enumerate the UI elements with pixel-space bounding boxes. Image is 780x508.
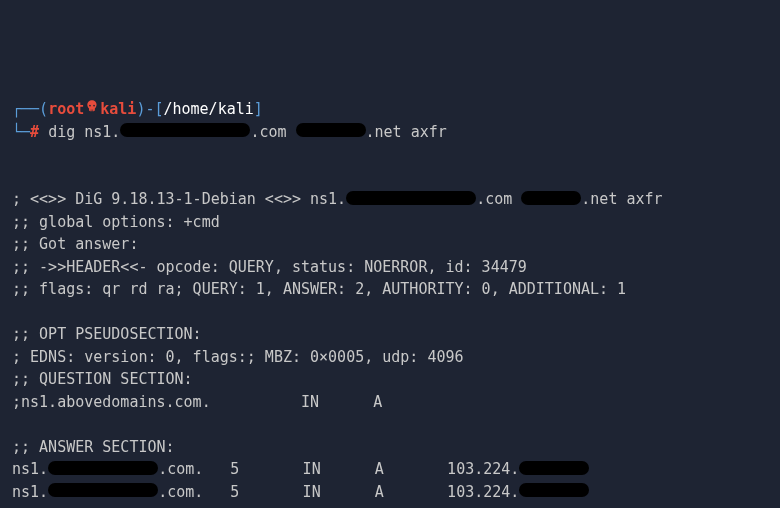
prompt-host: kali <box>100 100 136 118</box>
skull-icon <box>85 97 99 120</box>
prompt-hash: # <box>30 123 39 141</box>
prompt-user: root <box>48 100 84 118</box>
redacted-block <box>519 461 589 475</box>
prompt-line-2[interactable]: └─# dig ns1..com .net axfr <box>12 121 768 144</box>
prompt-decoration: ┌──( <box>12 100 48 118</box>
output-line: ; EDNS: version: 0, flags:; MBZ: 0×0005,… <box>12 348 464 366</box>
prompt-bracket-close: ] <box>254 100 263 118</box>
output-line: ;; OPT PSEUDOSECTION: <box>12 325 202 343</box>
output-line: ;; ANSWER SECTION: <box>12 438 175 456</box>
redacted-block <box>346 191 476 205</box>
redacted-block <box>521 191 581 205</box>
prompt-path: /home/kali <box>163 100 253 118</box>
output-line: ;; flags: qr rd ra; QUERY: 1, ANSWER: 2,… <box>12 280 626 298</box>
command-text: .com <box>250 123 295 141</box>
redacted-block <box>519 483 589 497</box>
output-line: ;; global options: +cmd <box>12 213 220 231</box>
redacted-block <box>296 123 366 137</box>
command-text: .net axfr <box>366 123 447 141</box>
prompt-line-1[interactable]: ┌──(rootkali)-[/home/kali] <box>12 98 768 121</box>
redacted-block <box>120 123 250 137</box>
output-line: ns1..com. 5 IN A 103.224. <box>12 483 589 501</box>
output-line: ; <<>> DiG 9.18.13-1-Debian <<>> ns1..co… <box>12 190 663 208</box>
command-text: dig ns1. <box>48 123 120 141</box>
redacted-block <box>48 461 158 475</box>
prompt-decoration: └─ <box>12 123 30 141</box>
output-line: ns1..com. 5 IN A 103.224. <box>12 460 589 478</box>
output-line: ;; QUESTION SECTION: <box>12 370 193 388</box>
prompt-bracket: )-[ <box>136 100 163 118</box>
output-line: ;; ->>HEADER<<- opcode: QUERY, status: N… <box>12 258 527 276</box>
output-line: ;; Got answer: <box>12 235 138 253</box>
terminal-output: ┌──(rootkali)-[/home/kali]└─# dig ns1..c… <box>12 98 768 508</box>
output-line: ;ns1.abovedomains.com. IN A <box>12 393 382 411</box>
redacted-block <box>48 483 158 497</box>
